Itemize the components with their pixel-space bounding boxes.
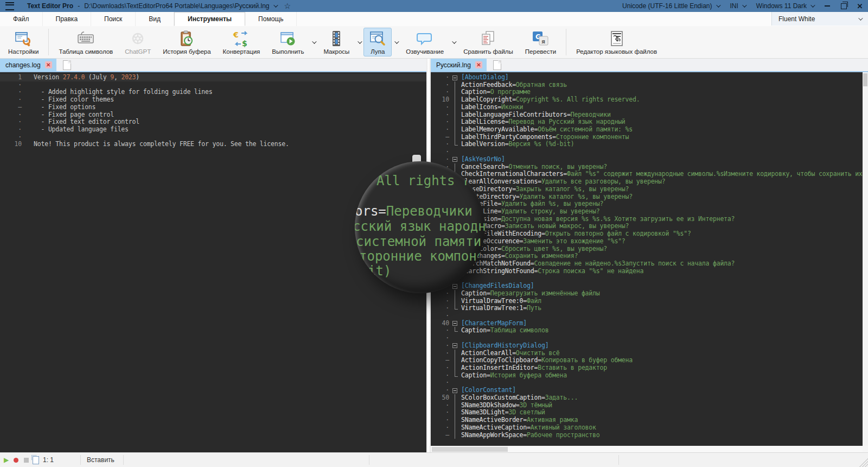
editor-line: ·[ColorConstant] [431,387,868,394]
toolbar-button-label: Перевести [525,48,556,55]
encoding-selector[interactable]: Unicode (UTF-16 Little Endian) [617,0,724,12]
toolbar-dropdown-chevron-icon[interactable] [310,41,317,44]
fold-guide [452,96,461,104]
code-text: ActionFeedback=Обратная связь [461,81,868,89]
tab-russky-lng[interactable]: Русский.lng ✕ [431,59,487,71]
code-text: VirtualDrawTree:0=Файл [461,298,868,305]
toolbar-button-character-map[interactable]: Таблица символов [53,28,118,56]
fold-guide [452,342,461,350]
magnifier-icon [369,30,386,47]
favorite-star-icon[interactable]: ☆ [284,2,291,10]
tab-close-icon[interactable]: ✕ [45,61,52,68]
toolbar-button-clipboard-history[interactable]: История буфера [157,28,216,56]
toolbar-button-translate[interactable]: GяПеревести [520,28,561,56]
gutter-line-number: 10 [431,96,452,104]
editor-line: –[ChangedFilesDialog] [431,282,868,290]
menu-item-поиск[interactable]: Поиск [91,12,136,26]
tab-label: Русский.lng [436,61,471,69]
code-text: - Fixed color themes [25,96,426,104]
fold-collapse-icon[interactable] [452,388,457,393]
toolbar-button-convert[interactable]: €$Конвертация [218,28,266,56]
fold-collapse-icon[interactable] [452,321,457,326]
gutter-line-number: – [0,104,25,111]
macro-record-icon[interactable] [14,458,18,463]
toolbar-button-speech[interactable]: Озвучивание [400,28,449,56]
editor-line: ·ActionClearAll=Очистить всё [431,350,868,357]
editor-line: ·ReplaceOccurence=Заменить это вхождение… [431,238,868,245]
fold-collapse-icon[interactable] [452,75,457,80]
toolbar-button-run[interactable]: Выполнить [266,28,309,56]
toolbar-button-macros[interactable]: Макросы [318,28,355,56]
new-document-icon[interactable] [63,60,71,70]
code-text: RecordMacro=Записать новый макрос, вы ув… [461,223,868,230]
file-path-chevron-icon[interactable] [273,3,278,7]
fold-guide [452,402,461,409]
menu-item-правка[interactable]: Правка [43,12,92,26]
editor-line: · [0,81,426,89]
style-selector[interactable]: Fluent White [771,12,868,26]
fold-guide [452,327,461,335]
toolbar-button-settings[interactable]: Настройки [3,28,44,56]
toolbar-button-magnifier[interactable]: Лупа [363,28,392,56]
caret-position: 1: 1 [33,453,54,467]
fold-collapse-icon[interactable] [452,343,457,348]
new-document-icon[interactable] [493,60,501,70]
gutter-line-number: · [0,111,25,119]
resize-grip[interactable] [859,458,868,467]
editor-line: · - Fixed color themes [0,96,426,104]
insert-mode: Вставить [87,453,114,467]
left-editor[interactable]: 1Version 27.4.0 (July 9, 2023)·· - Added… [0,72,426,453]
toolbar-button-language-file-editor[interactable]: Редактор языковых файлов [571,28,662,56]
gutter-line-number: 10 [0,141,25,148]
minimize-button[interactable] [819,0,835,12]
editor-line: 10LabelCopyright=Copyright %s. All right… [431,96,868,104]
menu-item-файл[interactable]: Файл [0,12,43,26]
gutter-line-number: 50 [431,394,452,402]
loupe-magnified-text: системной памяти: [356,234,485,249]
tab-changes-log[interactable]: changes.log ✕ [0,59,56,71]
fold-collapse-icon[interactable] [452,284,457,289]
fold-collapse-icon[interactable] [452,157,457,162]
menu-item-вид[interactable]: Вид [136,12,174,26]
scrollbar-thumb[interactable] [432,447,508,452]
code-text: SaveChanges=Сохранить изменения? [461,253,868,260]
fold-guide [452,134,461,141]
toolbar-dropdown-chevron-icon[interactable] [450,41,457,44]
magnifier-loupe[interactable]: All rights reors=Переводчикисский язык н… [355,161,485,293]
file-type-selector[interactable]: INI [725,0,751,12]
toolbar-button-compare-files[interactable]: Сравнить файлы [458,28,519,56]
code-text: VirtualDrawTree:1=Путь [461,305,868,312]
menu-item-помощь[interactable]: Помощь [245,12,297,26]
maximize-button[interactable] [835,0,852,12]
toolbar-dropdown-chevron-icon[interactable] [392,41,400,44]
fold-guide [452,156,461,163]
menu-item-инструменты[interactable]: Инструменты [174,12,245,26]
fold-guide [452,312,461,320]
editor-line: ·[AboutDialog] [431,74,868,81]
code-text: ClearAllConversations=Удалить все разгов… [461,178,868,186]
right-editor[interactable]: ·[AboutDialog]·ActionFeedback=Обратная с… [431,72,868,446]
macro-stop-icon[interactable] [24,458,29,463]
chevron-down-icon [810,3,815,7]
fold-guide [452,364,461,372]
editor-line: 1Version 27.4.0 (July 9, 2023) [0,74,426,81]
theme-selector[interactable]: Windows 11 Dark [751,0,819,12]
chatgpt-icon [129,30,146,47]
status-separator [369,455,369,465]
status-bar: ▶ 1: 1 Вставить [0,452,868,467]
code-text: LabelLicense=Перевод на Русский язык нар… [461,118,868,126]
gutter-line-number: · [431,148,452,156]
toolbar-dropdown-chevron-icon[interactable] [355,41,363,44]
fold-guide [452,409,461,416]
macro-play-icon[interactable]: ▶ [4,456,9,464]
tab-close-icon[interactable]: ✕ [475,61,482,68]
scrollbar-thumb[interactable] [863,73,867,86]
editor-line: ·Caption=Перезагрузить изменённые файлы [431,290,868,298]
editor-line: ·SNameActiveCaption=Активный заголовок [431,424,868,432]
close-button[interactable]: ✕ [852,0,868,12]
vertical-scrollbar[interactable] [863,72,868,446]
code-text: - Added highlight style for folding guid… [25,89,426,96]
svg-text:я: я [541,38,545,45]
gutter-line-number: · [0,126,25,134]
hamburger-menu-icon[interactable] [5,2,14,10]
